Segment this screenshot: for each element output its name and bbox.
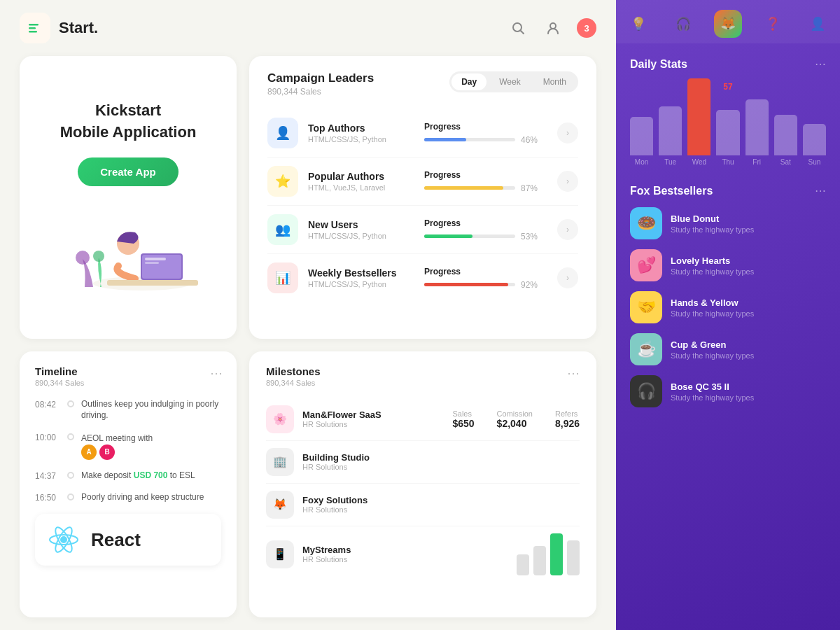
svg-rect-1 <box>29 27 36 29</box>
bestseller-sub: Study the highway types <box>671 351 754 360</box>
campaign-title-group: Campaign Leaders 890,344 Sales <box>267 71 374 97</box>
milestone-commission: Comission $2,040 <box>497 410 533 429</box>
daily-stats-dots[interactable]: ⋯ <box>815 57 826 71</box>
timeline-time: 10:00 <box>35 433 60 442</box>
progress-fill <box>424 186 503 190</box>
milestone-sales: Sales $650 <box>452 410 474 429</box>
progress-fill <box>424 234 472 238</box>
content-grid: Kickstart Mobile Application Create App <box>0 56 616 630</box>
fox-bestsellers-title: Fox Bestsellers <box>630 185 713 197</box>
daily-stats-header: Daily Stats ⋯ <box>630 57 826 71</box>
bestseller-item: 🎧 Bose QC 35 II Study the highway types <box>630 375 826 407</box>
bestseller-thumb: 💕 <box>630 249 662 281</box>
right-panel: 💡 🎧 🦊 ❓ 👤 Daily Stats ⋯ 57 Mon Tue Wed T… <box>616 0 840 630</box>
user-icon[interactable] <box>542 17 564 39</box>
fox-bestsellers-dots[interactable]: ⋯ <box>815 184 826 197</box>
milestone-icon: 🌸 <box>266 405 294 433</box>
panel-nav-user[interactable]: 👤 <box>804 10 832 38</box>
svg-rect-15 <box>107 280 198 286</box>
timeline-item: 16:50 Poorly driving and keep structure <box>35 491 221 503</box>
campaign-row: 👤 Top Authors HTML/CSS/JS, Python Progre… <box>267 109 578 158</box>
svg-rect-11 <box>145 258 166 260</box>
tab-week[interactable]: Week <box>489 74 530 90</box>
chart-day-label: Fri <box>752 158 761 166</box>
milestone-name: Man&Flower SaaS <box>302 410 452 420</box>
chart-day-label: Wed <box>692 158 706 166</box>
campaign-row-info: New Users HTML/CSS/JS, Python <box>308 219 424 240</box>
timeline-time: 16:50 <box>35 493 60 503</box>
panel-nav-fox[interactable]: 🦊 <box>714 10 742 38</box>
milestone-sub: HR Solutions <box>302 505 580 514</box>
chart-day-label: Sun <box>808 158 821 166</box>
progress-percent: 53% <box>521 232 542 241</box>
header-right: 3 <box>507 17 596 39</box>
bestseller-item: 🍩 Blue Donut Study the highway types <box>630 207 826 239</box>
panel-nav-help[interactable]: ❓ <box>759 10 787 38</box>
milestones-dots[interactable]: ⋯ <box>567 365 580 381</box>
bestseller-thumb: 🤝 <box>630 291 662 323</box>
milestone-icon: 📱 <box>266 540 294 568</box>
progress-bar-wrap: 46% <box>424 135 550 145</box>
timeline-card: ⋯ Timeline 890,344 Sales 08:42 Outlines … <box>20 351 237 618</box>
notification-badge[interactable]: 3 <box>577 18 596 38</box>
chart-bar-wrap: Sun <box>803 124 826 166</box>
chart-bar <box>803 124 826 155</box>
campaign-row-progress: Progress 53% <box>424 218 550 241</box>
timeline-dots[interactable]: ⋯ <box>210 365 223 381</box>
daily-stats-section: Daily Stats ⋯ 57 Mon Tue Wed Thu Fri Sat… <box>616 43 840 173</box>
milestone-row: 🦊 Foxy Solutions HR Solutions <box>266 484 580 526</box>
campaign-subtitle: 890,344 Sales <box>267 87 374 97</box>
progress-label: Progress <box>424 122 461 132</box>
milestones-card: Milestones 890,344 Sales ⋯ 🌸 Man&Flower … <box>249 351 596 618</box>
chart-day-label: Sat <box>780 158 791 166</box>
panel-nav: 💡 🎧 🦊 ❓ 👤 <box>616 0 840 43</box>
panel-nav-bulb[interactable]: 💡 <box>624 10 652 38</box>
milestone-sub: HR Solutions <box>302 420 452 428</box>
bestseller-name: Cup & Green <box>671 340 754 350</box>
milestone-row: 🏢 Building Studio HR Solutions <box>266 441 580 484</box>
timeline-avatars: A B <box>81 444 153 460</box>
svg-point-5 <box>550 23 556 29</box>
kickstart-illustration <box>51 203 205 294</box>
tab-month[interactable]: Month <box>533 74 576 90</box>
campaign-row-arrow[interactable]: › <box>557 219 578 240</box>
milestones-title-group: Milestones 890,344 Sales <box>266 365 321 387</box>
campaign-row-arrow[interactable]: › <box>557 267 578 288</box>
bestseller-name: Bose QC 35 II <box>671 382 754 392</box>
react-label: React <box>91 529 141 551</box>
milestone-stats: Sales $650 Comission $2,040 Refers 8,926 <box>452 410 580 429</box>
campaign-row-icon: 📊 <box>267 262 298 293</box>
bestseller-item: 🤝 Hands & Yellow Study the highway types <box>630 291 826 323</box>
campaign-row-info: Popular Authors HTML, VueJS, Laravel <box>308 171 424 192</box>
milestone-refers: Refers 8,926 <box>555 410 580 429</box>
timeline-subtitle: 890,344 Sales <box>35 379 221 387</box>
progress-bar-wrap: 53% <box>424 232 550 241</box>
tab-day[interactable]: Day <box>451 74 486 90</box>
campaign-row-name: Weekly Bestsellers <box>308 267 424 279</box>
kickstart-title: Kickstart Mobile Application <box>60 100 197 144</box>
milestone-info: Building Studio HR Solutions <box>302 452 580 471</box>
campaign-row-arrow[interactable]: › <box>557 122 578 144</box>
campaign-title: Campaign Leaders <box>267 71 374 85</box>
avatar-2: B <box>99 444 115 460</box>
create-app-button[interactable]: Create App <box>78 158 178 186</box>
search-icon[interactable] <box>507 17 529 39</box>
timeline-item: 14:37 Make deposit USD 700 to ESL <box>35 470 221 482</box>
main-area: Start. 3 Kickstart Mobile A <box>0 0 616 630</box>
progress-bar-wrap: 92% <box>424 280 550 290</box>
sales-label: Sales <box>452 410 474 418</box>
panel-nav-headset[interactable]: 🎧 <box>669 10 697 38</box>
milestone-icon: 🦊 <box>266 491 294 519</box>
campaign-row: 👥 New Users HTML/CSS/JS, Python Progress… <box>267 206 578 254</box>
timeline-item: 10:00 AEOL meeting with A B <box>35 431 221 460</box>
campaign-row-progress: Progress 92% <box>424 267 550 290</box>
daily-stats-title: Daily Stats <box>630 58 687 71</box>
bestseller-item: 💕 Lovely Hearts Study the highway types <box>630 249 826 281</box>
milestones-subtitle: 890,344 Sales <box>266 379 321 387</box>
svg-point-14 <box>93 251 104 262</box>
campaign-row-arrow[interactable]: › <box>557 171 578 192</box>
milestones-title: Milestones <box>266 365 321 377</box>
milestone-info: Man&Flower SaaS HR Solutions <box>302 410 452 428</box>
progress-label: Progress <box>424 218 461 228</box>
chart-day-label: Tue <box>664 158 676 166</box>
